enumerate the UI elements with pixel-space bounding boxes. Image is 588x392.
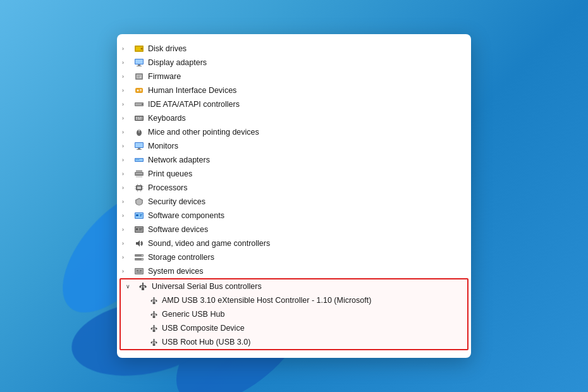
expand-arrow: › <box>122 143 132 149</box>
svg-point-82 <box>140 286 142 288</box>
softcomp-label: Software components <box>148 211 224 220</box>
generic-hub-item[interactable]: Generic USB Hub <box>121 307 467 321</box>
amd-usb-item[interactable]: AMD USB 3.10 eXtensible Host Controller … <box>121 293 467 307</box>
svg-point-20 <box>137 90 139 92</box>
svg-rect-46 <box>138 159 139 160</box>
list-item[interactable]: › Software devices <box>117 223 471 236</box>
svg-rect-33 <box>138 119 141 120</box>
svg-rect-92 <box>152 329 155 332</box>
expand-arrow: › <box>122 129 132 135</box>
svg-rect-13 <box>138 64 140 66</box>
security-label: Security devices <box>148 197 205 206</box>
usb-device-list: ∨ Universal Serial Bus controllers AMD U… <box>121 279 467 349</box>
generic-hub-icon <box>149 310 159 319</box>
svg-rect-50 <box>136 176 142 178</box>
usb-composite-icon <box>149 324 159 333</box>
processors-icon <box>133 183 145 193</box>
expand-arrow: › <box>122 254 132 260</box>
storage-icon <box>133 252 145 262</box>
usb-highlighted-section: ∨ Universal Serial Bus controllers AMD U… <box>119 278 469 350</box>
svg-point-84 <box>155 300 157 302</box>
expand-arrow: › <box>122 212 132 219</box>
svg-rect-69 <box>139 228 142 229</box>
list-item[interactable]: › Network adapters <box>117 153 471 167</box>
svg-rect-57 <box>137 184 138 185</box>
svg-rect-80 <box>137 272 142 273</box>
expand-arrow-usb: ∨ <box>126 283 136 290</box>
device-manager-panel: › Disk drives › Display adapters › Firmw… <box>117 34 471 358</box>
expand-arrow: › <box>122 171 132 177</box>
svg-rect-53 <box>135 187 136 187</box>
svg-rect-40 <box>138 148 140 149</box>
svg-rect-34 <box>142 119 142 120</box>
list-item[interactable]: › Print queues <box>117 167 471 181</box>
expand-arrow: › <box>122 268 132 274</box>
svg-rect-78 <box>137 270 138 271</box>
firmware-label: Firmware <box>148 72 181 81</box>
usb-root-hub-item[interactable]: USB Root Hub (USB 3.0) <box>121 335 467 349</box>
svg-rect-16 <box>137 75 142 78</box>
list-item[interactable]: › Firmware <box>117 70 471 83</box>
svg-rect-79 <box>140 270 142 271</box>
system-icon <box>133 266 145 276</box>
svg-rect-39 <box>135 143 143 147</box>
display-adapters-icon <box>133 58 145 68</box>
list-item[interactable]: › Monitors <box>117 139 471 153</box>
security-icon <box>133 197 145 207</box>
print-label: Print queues <box>148 169 192 178</box>
svg-rect-56 <box>142 188 144 189</box>
processors-label: Processors <box>148 183 188 192</box>
list-item[interactable]: › Display adapters <box>117 56 471 70</box>
software-icon <box>133 224 145 235</box>
svg-rect-64 <box>140 214 142 215</box>
list-item[interactable]: › Mice and other pointing devices <box>117 125 471 139</box>
list-item[interactable]: › Processors <box>117 181 471 195</box>
list-item[interactable]: › Disk drives <box>117 42 471 56</box>
svg-point-88 <box>150 314 152 315</box>
mice-label: Mice and other pointing devices <box>148 128 259 137</box>
list-item[interactable]: › IDE ATA/ATAPI controllers <box>117 97 471 111</box>
expand-arrow: › <box>122 226 132 233</box>
usb-root-hub-icon <box>149 338 159 347</box>
sound-icon <box>133 238 145 248</box>
usb-controllers-item[interactable]: ∨ Universal Serial Bus controllers <box>121 279 467 293</box>
svg-rect-29 <box>138 117 139 118</box>
expand-arrow: › <box>122 101 132 107</box>
list-item[interactable]: › Storage controllers <box>117 250 471 264</box>
usb-composite-label: USB Composite Device <box>162 324 245 333</box>
expand-arrow: › <box>122 240 132 247</box>
svg-rect-60 <box>140 190 141 192</box>
svg-rect-30 <box>140 117 141 118</box>
device-list: › Disk drives › Display adapters › Firmw… <box>117 42 471 278</box>
ide-label: IDE ATA/ATAPI controllers <box>148 100 240 109</box>
svg-rect-86 <box>152 302 155 304</box>
usb-composite-item[interactable]: USB Composite Device <box>121 321 467 335</box>
svg-rect-44 <box>136 159 137 160</box>
list-item[interactable]: › System devices <box>117 264 471 278</box>
svg-rect-49 <box>136 173 142 174</box>
monitors-label: Monitors <box>148 142 178 150</box>
svg-marker-71 <box>136 240 140 247</box>
hid-icon <box>133 85 145 95</box>
keyboards-label: Keyboards <box>148 114 186 123</box>
list-item[interactable]: › Keyboards <box>117 111 471 125</box>
svg-rect-89 <box>152 315 155 318</box>
svg-rect-52 <box>137 187 141 189</box>
svg-rect-70 <box>139 230 142 230</box>
expand-arrow: › <box>122 73 132 80</box>
svg-rect-21 <box>140 89 142 90</box>
svg-rect-47 <box>136 170 142 172</box>
display-adapters-label: Display adapters <box>148 58 207 67</box>
usb-controllers-label: Universal Serial Bus controllers <box>152 282 262 291</box>
expand-arrow: › <box>122 199 132 205</box>
list-item[interactable]: › Security devices <box>117 195 471 209</box>
list-item[interactable]: › Human Interface Devices <box>117 83 471 97</box>
list-item[interactable]: › Sound, video and game controllers <box>117 236 471 250</box>
svg-rect-45 <box>137 159 138 160</box>
svg-rect-19 <box>135 88 143 93</box>
print-icon <box>133 169 145 179</box>
list-item[interactable]: › Software components <box>117 209 471 223</box>
svg-point-91 <box>150 328 152 329</box>
svg-rect-22 <box>140 90 142 91</box>
svg-point-37 <box>138 129 140 131</box>
